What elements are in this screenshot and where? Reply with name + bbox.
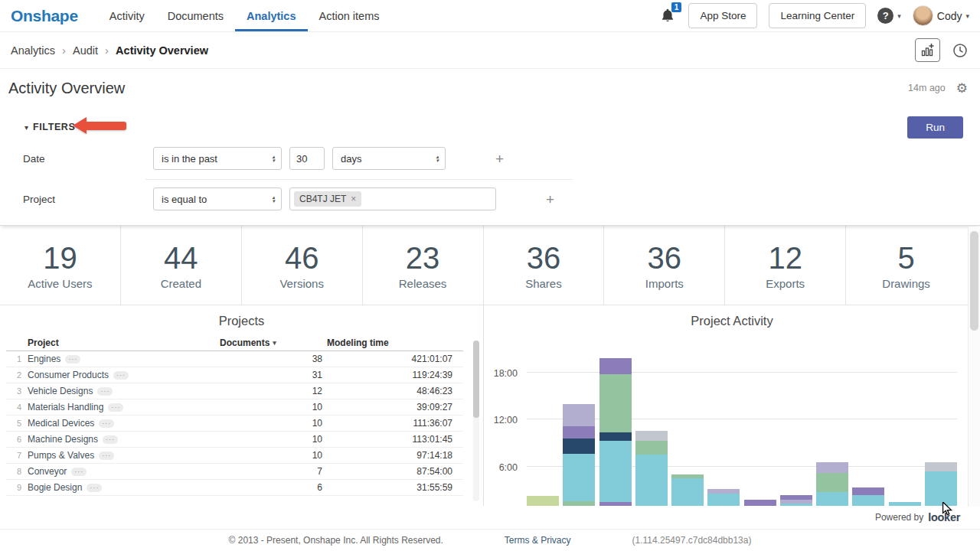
notifications-button[interactable]: 1: [660, 8, 677, 24]
stat-tile-releases[interactable]: 23Releases: [363, 226, 484, 305]
chart-bar-10[interactable]: [852, 487, 884, 506]
project-operator-select[interactable]: is equal to ▴▾: [153, 187, 282, 210]
chart-bar-6[interactable]: [707, 489, 740, 506]
stat-tile-created[interactable]: 44Created: [121, 226, 242, 305]
nav-item-activity[interactable]: Activity: [98, 0, 156, 31]
date-operator-value: is in the past: [162, 153, 267, 165]
page-scrollbar-thumb[interactable]: [970, 231, 978, 331]
row-menu-icon[interactable]: ···: [87, 484, 102, 492]
date-operator-select[interactable]: is in the past ▴▾: [153, 147, 282, 170]
chart-bar-2[interactable]: [563, 404, 595, 506]
stat-value: 46: [285, 241, 319, 275]
table-row[interactable]: 4Materials Handling···1039:09:27: [6, 399, 463, 416]
row-menu-icon[interactable]: ···: [99, 419, 114, 428]
date-unit-select[interactable]: days ▴▾: [332, 147, 446, 170]
table-scrollbar-thumb[interactable]: [473, 341, 479, 418]
table-row[interactable]: 8Conveyor···787:54:00: [6, 464, 463, 480]
projects-panel: Projects Project Documents ▾ Modeling ti…: [0, 305, 484, 506]
bar-segment-navy: [563, 439, 595, 455]
chart-bar-12[interactable]: [925, 462, 957, 506]
project-name: Medical Devices: [28, 418, 94, 429]
bar-segment-green: [599, 374, 632, 433]
page-scrollbar-track[interactable]: [968, 227, 980, 507]
clock-icon[interactable]: [952, 43, 968, 58]
table-scrollbar-track[interactable]: [473, 341, 479, 501]
chart-bar-11[interactable]: [889, 502, 921, 506]
chart-bar-3[interactable]: [599, 358, 632, 506]
row-menu-icon[interactable]: ···: [103, 435, 118, 444]
stat-tile-active-users[interactable]: 19Active Users: [0, 226, 121, 305]
filter-row-project: Project is equal to ▴▾ CB4TJ JET × +: [0, 187, 980, 210]
nav-item-documents[interactable]: Documents: [156, 0, 235, 31]
table-row[interactable]: 9Bogie Design···631:55:59: [6, 480, 463, 496]
breadcrumb-actions: [915, 38, 968, 62]
filters-header[interactable]: ▾ FILTERS: [0, 119, 980, 135]
filter-chip[interactable]: CB4TJ JET ×: [294, 191, 361, 207]
breadcrumb-item-audit[interactable]: Audit: [73, 44, 98, 57]
stat-tile-imports[interactable]: 36Imports: [604, 226, 725, 305]
nav-item-action-items[interactable]: Action items: [308, 0, 391, 31]
modeling-time-cell: 111:36:07: [327, 418, 463, 429]
nav-item-analytics[interactable]: Analytics: [235, 0, 307, 31]
help-menu[interactable]: ? ▾: [877, 8, 901, 24]
documents-cell: 12: [220, 386, 327, 396]
gear-icon[interactable]: ⚙: [956, 82, 968, 95]
row-index: 4: [6, 403, 28, 412]
column-header-documents[interactable]: Documents ▾: [220, 337, 327, 348]
modeling-time-cell: 87:54:00: [327, 466, 463, 477]
row-menu-icon[interactable]: ···: [99, 452, 114, 460]
column-header-modeling-time[interactable]: Modeling time: [327, 337, 463, 348]
project-filter-label: Project: [23, 194, 145, 205]
add-date-filter-button[interactable]: +: [495, 152, 504, 166]
stat-value: 5: [897, 241, 914, 275]
stat-label: Shares: [525, 277, 562, 290]
chart-bar-8[interactable]: [780, 495, 812, 506]
table-row[interactable]: 1Engines···38421:01:07: [6, 351, 463, 367]
onshape-logo[interactable]: Onshape: [11, 7, 78, 25]
stat-tile-shares[interactable]: 36Shares: [484, 226, 605, 305]
y-axis-label: 18:00: [494, 368, 518, 379]
table-row[interactable]: 2Consumer Products···31119:24:39: [6, 367, 463, 383]
user-menu[interactable]: Cody ▾: [913, 5, 969, 26]
documents-cell: 10: [220, 434, 327, 445]
date-filter-label: Date: [23, 153, 145, 165]
chart-bar-5[interactable]: [671, 474, 704, 506]
app-store-button[interactable]: App Store: [688, 3, 757, 28]
looker-logo[interactable]: looker: [928, 511, 960, 523]
chart-bar-1[interactable]: [527, 496, 559, 506]
stat-tile-exports[interactable]: 12Exports: [725, 226, 846, 305]
run-button[interactable]: Run: [907, 116, 963, 139]
row-menu-icon[interactable]: ···: [113, 371, 129, 380]
breadcrumb-item-analytics[interactable]: Analytics: [11, 44, 55, 57]
select-arrows-icon: ▴▾: [272, 195, 275, 203]
project-value-input[interactable]: CB4TJ JET ×: [289, 187, 496, 210]
learning-center-button[interactable]: Learning Center: [769, 3, 866, 28]
project-cell: Consumer Products···: [28, 370, 220, 380]
table-row[interactable]: 6Machine Designs···10113:01:45: [6, 432, 463, 448]
row-menu-icon[interactable]: ···: [65, 355, 80, 364]
row-menu-icon[interactable]: ···: [97, 387, 113, 396]
stat-label: Imports: [645, 277, 684, 290]
chip-close-icon[interactable]: ×: [351, 194, 356, 204]
date-value-input[interactable]: 30: [289, 147, 325, 170]
table-row[interactable]: 7Pumps & Valves···1097:14:18: [6, 448, 463, 464]
stat-tile-versions[interactable]: 46Versions: [242, 226, 363, 305]
page-footer: © 2013 - Present, Onshape Inc. All Right…: [0, 529, 980, 550]
modeling-time-cell: 113:01:45: [327, 434, 463, 445]
row-menu-icon[interactable]: ···: [108, 403, 123, 412]
chart-bar-7[interactable]: [744, 500, 776, 506]
chart-bar-4[interactable]: [635, 431, 668, 506]
terms-privacy-link[interactable]: Terms & Privacy: [505, 535, 571, 546]
row-menu-icon[interactable]: ···: [71, 468, 87, 476]
stat-tile-drawings[interactable]: 5Drawings: [846, 226, 966, 305]
column-header-project[interactable]: Project: [28, 337, 220, 348]
add-project-filter-button[interactable]: +: [546, 192, 554, 207]
table-row[interactable]: 5Medical Devices···10111:36:07: [6, 416, 463, 432]
bar-segment-teal: [563, 454, 595, 501]
chart-bar-9[interactable]: [816, 462, 848, 506]
bar-segment-green: [635, 441, 668, 455]
table-row[interactable]: 3Vehicle Designs···1248:46:23: [6, 383, 463, 399]
add-dashboard-button[interactable]: [915, 38, 940, 62]
dashboard-content: Projects Project Documents ▾ Modeling ti…: [0, 305, 980, 506]
projects-table: Project Documents ▾ Modeling time 1Engin…: [0, 334, 483, 496]
